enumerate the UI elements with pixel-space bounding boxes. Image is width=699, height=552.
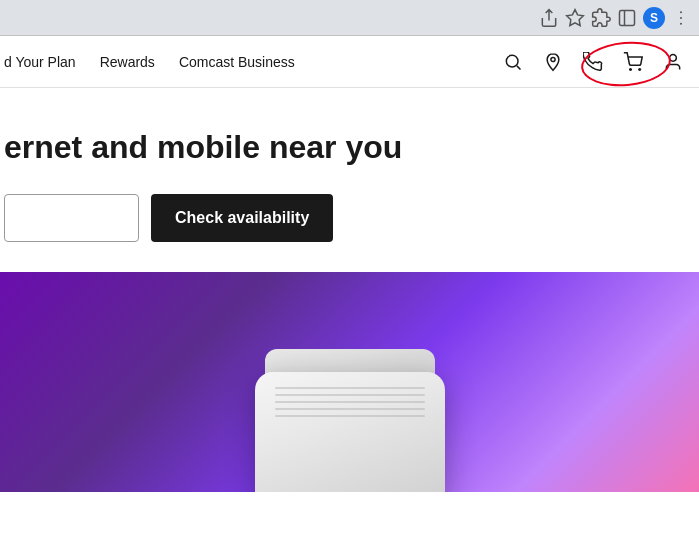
site-navigation: d Your Plan Rewards Comcast Business [0, 36, 699, 88]
check-availability-button[interactable]: Check availability [151, 194, 333, 242]
account-icon[interactable] [655, 44, 691, 80]
svg-point-3 [680, 17, 682, 19]
svg-point-2 [680, 11, 682, 13]
hero-title: ernet and mobile near you [4, 128, 679, 166]
router-line-1 [275, 387, 425, 389]
hero-section: ernet and mobile near you Check availabi… [0, 88, 699, 272]
svg-marker-0 [567, 9, 584, 25]
svg-point-8 [639, 68, 641, 70]
browser-profile[interactable]: S [643, 7, 665, 29]
router-line-2 [275, 394, 425, 396]
cart-icon[interactable] [615, 44, 651, 80]
svg-point-5 [506, 55, 518, 67]
nav-link-plan[interactable]: d Your Plan [4, 54, 76, 70]
svg-point-6 [551, 57, 555, 61]
svg-point-7 [630, 68, 632, 70]
share-icon[interactable] [539, 8, 559, 28]
nav-link-rewards[interactable]: Rewards [100, 54, 155, 70]
availability-form: Check availability [4, 194, 679, 242]
svg-rect-1 [620, 10, 635, 25]
router-lines [275, 387, 425, 417]
menu-icon[interactable] [671, 8, 691, 28]
window-icon[interactable] [617, 8, 637, 28]
browser-toolbar: S [0, 0, 699, 36]
router-line-5 [275, 415, 425, 417]
location-icon[interactable] [535, 44, 571, 80]
router-image [250, 342, 450, 492]
address-input[interactable] [4, 194, 139, 242]
phone-icon[interactable] [575, 44, 611, 80]
star-icon[interactable] [565, 8, 585, 28]
router-line-4 [275, 408, 425, 410]
nav-icons-container [495, 44, 699, 80]
hero-image-banner [0, 272, 699, 492]
extensions-icon[interactable] [591, 8, 611, 28]
nav-links-container: d Your Plan Rewards Comcast Business [0, 54, 495, 70]
search-icon[interactable] [495, 44, 531, 80]
router-line-3 [275, 401, 425, 403]
svg-point-9 [670, 54, 677, 61]
router-top [265, 349, 435, 374]
router-body [255, 372, 445, 492]
svg-point-4 [680, 22, 682, 24]
nav-link-business[interactable]: Comcast Business [179, 54, 295, 70]
